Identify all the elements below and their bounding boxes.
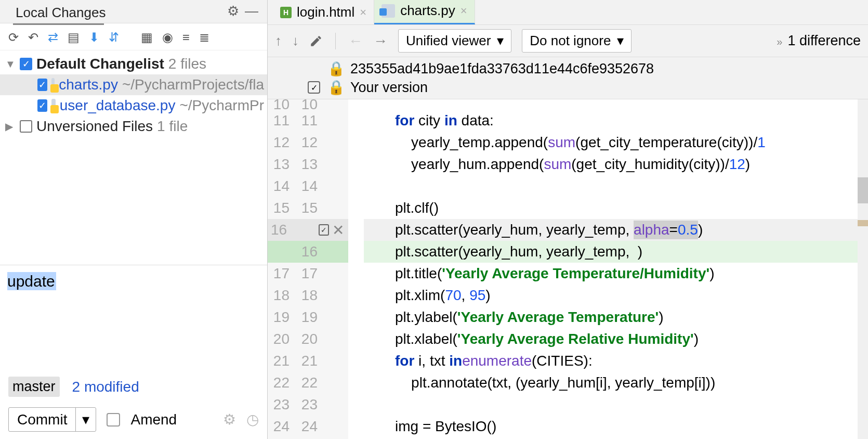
commit-message-input[interactable]: update <box>0 265 267 298</box>
unshelve-icon[interactable]: ⇵ <box>109 30 119 45</box>
changelist-checkbox[interactable]: ✓ <box>20 58 32 70</box>
branch-row: master 2 modified <box>0 373 267 400</box>
file-path: ~/PycharmPr <box>179 97 264 114</box>
shelve-icon[interactable]: ⬇ <box>89 30 99 45</box>
next-diff-icon[interactable]: ↓ <box>292 33 299 49</box>
code-line[interactable]: plt.title('Yearly Average Temperature/Hu… <box>364 263 858 285</box>
scroll-thumb[interactable] <box>858 177 868 203</box>
code-line[interactable]: plt.scatter(yearly_hum, yearly_temp, ) <box>364 241 858 263</box>
file-checkbox[interactable]: ✓ <box>37 99 47 112</box>
revision-hash: 235355ad41b9ae1fda33763d11e44c6fe9352678 <box>350 61 654 77</box>
diff-count: »1 difference <box>777 33 861 49</box>
panel-title: Local Changes <box>16 5 223 21</box>
code-line[interactable]: for i, txt in enumerate(CITIES): <box>364 350 858 372</box>
separator <box>335 33 336 49</box>
revert-hunk-icon[interactable]: ✕ <box>332 222 344 239</box>
file-name: user_database.py <box>60 97 176 114</box>
close-icon[interactable]: × <box>360 6 366 19</box>
chevron-down-icon: ▾ <box>497 33 504 49</box>
code-line[interactable]: plt.scatter(yearly_hum, yearly_temp, alp… <box>364 219 858 241</box>
lock-icon: 🔒 <box>327 79 345 96</box>
group-icon[interactable]: ▦ <box>141 30 153 45</box>
forward-arrow-icon[interactable]: → <box>373 33 388 49</box>
tab-charts-py[interactable]: charts.py × <box>374 0 475 24</box>
marker-column <box>348 99 364 439</box>
default-changelist-node[interactable]: ▼ ✓ Default Changelist 2 files <box>0 54 267 74</box>
changelist-icon[interactable]: ▤ <box>68 30 80 45</box>
file-checkbox[interactable]: ✓ <box>37 79 47 91</box>
diff-marker[interactable] <box>858 220 868 226</box>
amend-label: Amend <box>130 411 177 428</box>
collapse-icon[interactable]: ≣ <box>199 30 209 45</box>
minimize-icon[interactable]: — <box>242 3 261 22</box>
unversioned-node[interactable]: ▶ Unversioned Files 1 file <box>0 116 267 137</box>
expand-icon[interactable]: ≡ <box>182 30 190 45</box>
changelist-label: Default Changelist <box>36 56 164 72</box>
code-line[interactable]: plt.xlim(70, 95) <box>364 285 858 306</box>
rollback-icon[interactable]: ↶ <box>28 30 38 45</box>
expand-arrow-icon[interactable]: ▶ <box>5 120 16 133</box>
code-column[interactable]: for city in data: yearly_temp.append(sum… <box>364 99 858 439</box>
code-line[interactable]: plt.ylabel('Yearly Average Temperature') <box>364 306 858 328</box>
close-icon[interactable]: × <box>461 4 467 18</box>
diff-code-area: 10101111121213131414151516✓✕161717181819… <box>268 99 868 439</box>
code-line[interactable] <box>364 99 858 110</box>
code-line[interactable]: yearly_temp.append(sum(get_city_temperat… <box>364 132 858 153</box>
changes-toolbar: ⟳ ↶ ⇄ ▤ ⬇ ⇵ ▦ ◉ ≡ ≣ <box>0 25 267 50</box>
commit-row: Commit ▾ Amend ⚙ ◷ <box>0 400 267 439</box>
more-icon[interactable]: » <box>777 36 782 47</box>
revision-header: ✓ 🔒235355ad41b9ae1fda33763d11e44c6fe9352… <box>268 57 868 99</box>
code-line[interactable] <box>364 175 858 197</box>
python-file-icon <box>51 99 56 112</box>
commit-dropdown-icon[interactable]: ▾ <box>75 408 96 431</box>
unversioned-checkbox[interactable] <box>20 120 32 133</box>
diff-icon[interactable]: ⇄ <box>48 30 58 45</box>
revision-label: Your version <box>350 80 428 96</box>
back-arrow-icon[interactable]: ← <box>348 33 363 49</box>
tab-label: login.html <box>297 4 354 20</box>
unversioned-label: Unversioned Files <box>36 118 153 135</box>
history-icon[interactable]: ◷ <box>246 411 259 428</box>
code-line[interactable]: plt.clf() <box>364 197 858 219</box>
amend-checkbox[interactable] <box>107 413 120 427</box>
changes-tree: ▼ ✓ Default Changelist 2 files ✓ charts.… <box>0 50 267 140</box>
local-changes-panel: Local Changes ⚙ — ⟳ ↶ ⇄ ▤ ⬇ ⇵ ▦ ◉ ≡ ≣ ▼ … <box>0 0 268 439</box>
include-hunk-checkbox[interactable]: ✓ <box>319 224 329 236</box>
viewer-mode-dropdown[interactable]: Unified viewer ▾ <box>398 29 511 53</box>
include-all-checkbox[interactable]: ✓ <box>308 81 320 94</box>
file-row-charts[interactable]: ✓ charts.py ~/PycharmProjects/fla <box>0 74 267 95</box>
python-file-icon <box>382 4 395 18</box>
branch-status[interactable]: 2 modified <box>72 379 139 395</box>
file-row-userdb[interactable]: ✓ user_database.py ~/PycharmPr <box>0 95 267 116</box>
code-line[interactable] <box>364 394 858 416</box>
code-line[interactable]: for city in data: <box>364 110 858 132</box>
prev-diff-icon[interactable]: ↑ <box>275 33 282 49</box>
show-icon[interactable]: ◉ <box>162 30 173 45</box>
gear-icon[interactable]: ⚙ <box>223 3 242 22</box>
changelist-count: 2 files <box>168 56 206 72</box>
refresh-icon[interactable]: ⟳ <box>8 30 19 45</box>
lock-icon: 🔒 <box>327 60 345 77</box>
code-line[interactable]: plt.xlabel('Yearly Average Relative Humi… <box>364 328 858 350</box>
file-name: charts.py <box>59 76 118 93</box>
file-path: ~/PycharmProjects/fla <box>122 76 264 93</box>
edit-icon[interactable] <box>309 34 323 48</box>
code-line[interactable]: plt.annotate(txt, (yearly_hum[i], yearly… <box>364 372 858 394</box>
editor-panel: H login.html × charts.py × ↑ ↓ ← → Unifi… <box>268 0 868 439</box>
python-file-icon <box>51 78 55 92</box>
code-line[interactable]: img = BytesIO() <box>364 416 858 437</box>
editor-tabs: H login.html × charts.py × <box>268 0 868 25</box>
expand-arrow-icon[interactable]: ▼ <box>5 58 16 70</box>
branch-name[interactable]: master <box>8 377 60 397</box>
tab-login-html[interactable]: H login.html × <box>273 0 374 24</box>
unversioned-count: 1 file <box>157 118 188 135</box>
tab-label: charts.py <box>400 3 455 19</box>
line-gutter[interactable]: 10101111121213131414151516✓✕161717181819… <box>268 99 348 439</box>
gear-icon[interactable]: ⚙ <box>223 411 236 428</box>
diff-toolbar: ↑ ↓ ← → Unified viewer ▾ Do not ignore ▾… <box>268 25 868 57</box>
html-file-icon: H <box>280 7 292 18</box>
code-line[interactable]: yearly_hum.append(sum(get_city_humidity(… <box>364 153 858 175</box>
commit-button[interactable]: Commit ▾ <box>8 407 96 432</box>
ignore-mode-dropdown[interactable]: Do not ignore ▾ <box>522 29 632 53</box>
overview-ruler[interactable] <box>858 99 868 439</box>
